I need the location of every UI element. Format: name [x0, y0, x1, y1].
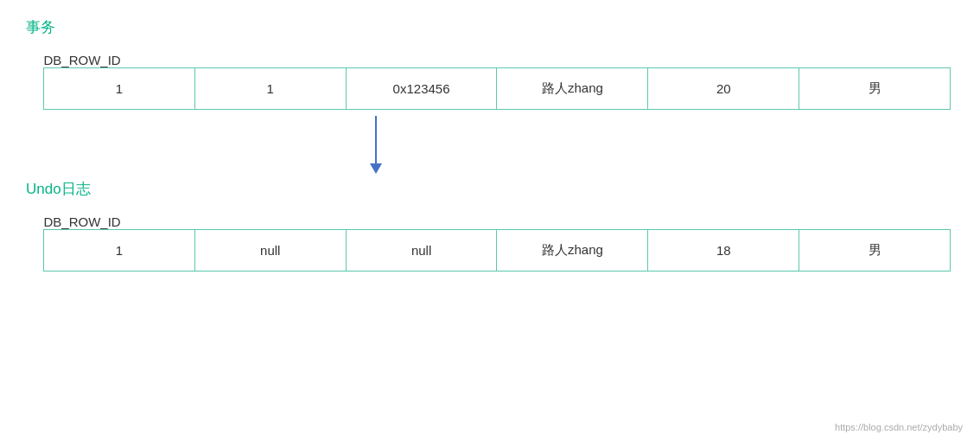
transaction-table: DB_ROW_ID 1 1 0x123456 路人zhang 20 男	[43, 53, 951, 110]
transaction-header-row: DB_ROW_ID	[44, 53, 951, 68]
arrow-wrapper	[370, 116, 382, 174]
transaction-section: 事务 DB_ROW_ID 1 1 0x123456 路人zhang 20 男	[26, 17, 954, 110]
transaction-cell-0-4: 20	[648, 68, 799, 110]
transaction-cell-0-0: 1	[44, 68, 195, 110]
arrow-container	[43, 110, 954, 179]
undo-cell-0-0: 1	[44, 230, 195, 272]
watermark: https://blog.csdn.net/zydybaby	[835, 422, 963, 432]
transaction-cell-0-2: 0x123456	[346, 68, 497, 110]
undo-table: DB_ROW_ID 1 null null 路人zhang 18 男	[43, 214, 951, 272]
arrow-line	[375, 116, 377, 163]
transaction-cell-0-1: 1	[194, 68, 346, 110]
undo-cell-0-2: null	[346, 230, 497, 272]
transaction-title: 事务	[26, 17, 954, 37]
transaction-cell-0-5: 男	[799, 68, 951, 110]
undo-section: Undo日志 DB_ROW_ID 1 null null 路人zhang 18 …	[26, 179, 954, 272]
arrow-head	[370, 163, 382, 174]
undo-header-row: DB_ROW_ID	[44, 214, 951, 230]
undo-cell-0-1: null	[194, 230, 346, 272]
transaction-data-row: 1 1 0x123456 路人zhang 20 男	[44, 68, 951, 110]
undo-cell-0-5: 男	[799, 230, 951, 272]
transaction-cell-0-3: 路人zhang	[497, 68, 648, 110]
undo-title: Undo日志	[26, 179, 954, 199]
undo-cell-0-3: 路人zhang	[497, 230, 648, 272]
undo-cell-0-4: 18	[648, 230, 799, 272]
undo-data-row: 1 null null 路人zhang 18 男	[44, 230, 951, 272]
